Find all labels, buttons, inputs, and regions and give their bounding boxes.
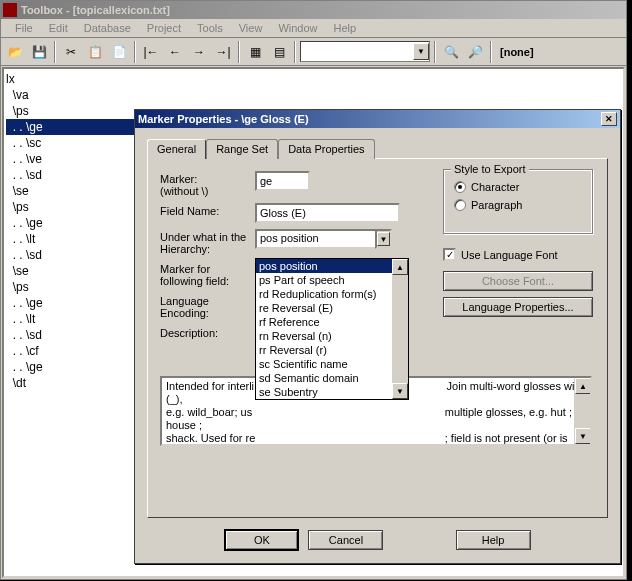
dropdown-item[interactable]: sc Scientific name <box>256 357 408 371</box>
scroll-up-icon[interactable]: ▲ <box>392 259 408 275</box>
scroll-down-icon[interactable]: ▼ <box>392 383 408 399</box>
dropdown-item[interactable]: rf Reference <box>256 315 408 329</box>
first-icon[interactable]: |← <box>140 41 162 63</box>
chevron-down-icon[interactable]: ▼ <box>377 232 390 246</box>
dropdown-item[interactable]: ps Part of speech <box>256 273 408 287</box>
language-properties-button[interactable]: Language Properties... <box>443 297 593 317</box>
grid2-icon[interactable]: ▤ <box>268 41 290 63</box>
tree-item[interactable]: \va <box>6 87 621 103</box>
menu-bar: File Edit Database Project Tools View Wi… <box>1 19 626 38</box>
open-icon[interactable]: 📂 <box>4 41 26 63</box>
toolbar-combo-1[interactable]: ▼ <box>300 41 430 62</box>
app-icon <box>3 3 17 17</box>
ok-button[interactable]: OK <box>224 529 299 551</box>
toolbar-none-label: [none] <box>500 46 534 58</box>
next-icon[interactable]: → <box>188 41 210 63</box>
menu-help[interactable]: Help <box>326 22 365 34</box>
hierarchy-combo[interactable]: pos position ▼ <box>255 229 392 249</box>
cut-icon[interactable]: ✂ <box>60 41 82 63</box>
scroll-up-icon[interactable]: ▲ <box>575 378 591 394</box>
dropdown-item[interactable]: pos position <box>256 259 408 273</box>
tab-panel-general: Marker: (without \) Field Name: Under wh… <box>147 158 608 518</box>
paste-icon[interactable]: 📄 <box>108 41 130 63</box>
encoding-label: Language Encoding: <box>160 293 255 319</box>
binoculars-icon[interactable]: 🔍 <box>440 41 462 63</box>
hierarchy-combo-value: pos position <box>255 229 375 249</box>
last-icon[interactable]: →| <box>212 41 234 63</box>
tab-general[interactable]: General <box>147 139 206 159</box>
radio-paragraph[interactable]: Paragraph <box>454 199 582 211</box>
menu-window[interactable]: Window <box>270 22 325 34</box>
style-legend: Style to Export <box>451 163 529 175</box>
grid1-icon[interactable]: ▦ <box>244 41 266 63</box>
copy-icon[interactable]: 📋 <box>84 41 106 63</box>
dropdown-item[interactable]: re Reversal (E) <box>256 301 408 315</box>
dropdown-item[interactable]: se Subentry <box>256 385 408 399</box>
dialog-title: Marker Properties - \ge Gloss (E) <box>138 113 309 125</box>
menu-project[interactable]: Project <box>139 22 189 34</box>
tab-range-set[interactable]: Range Set <box>206 139 278 159</box>
checkbox-use-language-font[interactable]: ✓ Use Language Font <box>443 248 595 261</box>
tree-item[interactable]: lx <box>6 71 621 87</box>
choose-font-button[interactable]: Choose Font... <box>443 271 593 291</box>
save-icon[interactable]: 💾 <box>28 41 50 63</box>
hierarchy-label: Under what in the Hierarchy: <box>160 229 255 255</box>
prev-icon[interactable]: ← <box>164 41 186 63</box>
radio-character[interactable]: Character <box>454 181 582 193</box>
following-label: Marker for following field: <box>160 261 255 287</box>
desc-label: Description: <box>160 325 255 339</box>
dropdown-item[interactable]: rn Reversal (n) <box>256 329 408 343</box>
dropdown-item[interactable]: rr Reversal (r) <box>256 343 408 357</box>
close-icon[interactable]: ✕ <box>601 112 617 126</box>
dropdown-item[interactable]: sd Semantic domain <box>256 371 408 385</box>
menu-view[interactable]: View <box>231 22 271 34</box>
dropdown-item[interactable]: rd Reduplication form(s) <box>256 287 408 301</box>
fieldname-label: Field Name: <box>160 203 255 217</box>
menu-tools[interactable]: Tools <box>189 22 231 34</box>
marker-label: Marker: (without \) <box>160 171 255 197</box>
main-title-bar: Toolbox - [topicallexicon.txt] <box>1 1 626 19</box>
marker-input[interactable] <box>255 171 310 191</box>
app-title: Toolbox - [topicallexicon.txt] <box>21 4 170 16</box>
fieldname-input[interactable] <box>255 203 400 223</box>
tab-data-properties[interactable]: Data Properties <box>278 139 374 159</box>
marker-properties-dialog: Marker Properties - \ge Gloss (E) ✕ Gene… <box>134 109 621 564</box>
menu-edit[interactable]: Edit <box>41 22 76 34</box>
hierarchy-dropdown[interactable]: pos positionps Part of speechrd Reduplic… <box>255 258 409 400</box>
menu-file[interactable]: File <box>7 22 41 34</box>
scroll-down-icon[interactable]: ▼ <box>575 428 591 444</box>
menu-database[interactable]: Database <box>76 22 139 34</box>
toolbar: 📂 💾 ✂ 📋 📄 |← ← → →| ▦ ▤ ▼ 🔍 🔎 [none] <box>1 38 626 66</box>
help-button[interactable]: Help <box>456 530 531 550</box>
cancel-button[interactable]: Cancel <box>308 530 383 550</box>
binoculars2-icon[interactable]: 🔎 <box>464 41 486 63</box>
dialog-title-bar[interactable]: Marker Properties - \ge Gloss (E) ✕ <box>135 110 620 128</box>
